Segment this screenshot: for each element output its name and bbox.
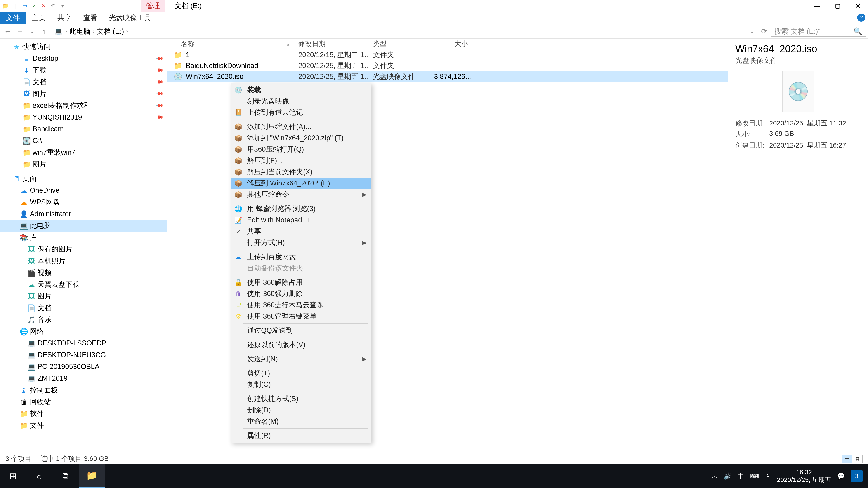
context-menu-item[interactable]: 📝 Edit with Notepad++ — [231, 215, 371, 226]
sidebar-item[interactable]: 🎬 视频 — [0, 267, 167, 279]
details-view-button[interactable]: ☰ — [842, 455, 852, 463]
context-menu-item[interactable]: 📦 用360压缩打开(Q) — [231, 144, 371, 155]
context-menu-item[interactable]: 重命名(M) — [231, 416, 371, 427]
search-input[interactable]: 搜索"文档 (E:)" 🔍 — [771, 26, 866, 37]
delete-icon[interactable]: ✕ — [40, 2, 48, 10]
taskbar-clock[interactable]: 16:32 2020/12/25, 星期五 — [777, 468, 831, 484]
tray-ime-icon[interactable]: 中 — [738, 472, 744, 480]
context-menu-item[interactable]: 📦 解压到(F)... — [231, 155, 371, 166]
back-button[interactable]: ← — [2, 26, 13, 37]
context-menu-item[interactable]: 📦 添加到压缩文件(A)... — [231, 121, 371, 132]
tray-volume-icon[interactable]: 🔊 — [724, 473, 732, 480]
context-menu-item[interactable]: 属性(R) — [231, 430, 371, 441]
sidebar-item[interactable]: ☁ 天翼云盘下载 — [0, 279, 167, 290]
sidebar-item[interactable]: 💽 G:\ — [0, 135, 167, 147]
address-dropdown-icon[interactable]: ⌄ — [746, 26, 757, 37]
sidebar-quick-access[interactable]: ★ 快速访问 — [0, 41, 167, 53]
context-menu-item[interactable]: 打开方式(H) ▶ — [231, 237, 371, 248]
sidebar-item[interactable]: 📄 文档 — [0, 302, 167, 314]
recent-dropdown-icon[interactable]: ⌄ — [27, 26, 37, 37]
file-row[interactable]: 📁 BaiduNetdiskDownload 2020/12/25, 星期五 1… — [167, 60, 728, 71]
context-menu-item[interactable]: 创建快捷方式(S) — [231, 393, 371, 404]
notification-badge[interactable]: 3 — [851, 470, 863, 482]
sidebar-item[interactable]: 💻 PC-20190530OBLA — [0, 361, 167, 372]
forward-button[interactable]: → — [14, 26, 25, 37]
context-menu-item[interactable]: 发送到(N) ▶ — [231, 353, 371, 365]
column-header-name[interactable]: 名称 ▴ — [167, 39, 298, 48]
sidebar-desktop[interactable]: 🖥 桌面 — [0, 173, 167, 185]
sidebar-item[interactable]: 📁 excel表格制作求和 📌 — [0, 100, 167, 111]
taskbar-explorer-button[interactable]: 📁 — [79, 464, 105, 488]
breadcrumb-drive[interactable]: 文档 (E:) — [97, 27, 124, 36]
sidebar-item[interactable]: 📁 软件 — [0, 408, 167, 420]
sidebar-item[interactable]: 📁 YUNQISHI2019 📌 — [0, 111, 167, 123]
breadcrumb-pc[interactable]: 此电脑 — [69, 27, 90, 36]
sidebar-item[interactable]: ⬇ 下载 📌 — [0, 64, 167, 76]
icons-view-button[interactable]: ▦ — [852, 455, 863, 463]
sidebar-item[interactable]: 🖼 图片 — [0, 290, 167, 302]
qat-undo-icon[interactable]: ↶ — [49, 2, 57, 10]
sidebar-item[interactable]: 📁 Bandicam — [0, 123, 167, 135]
help-icon[interactable]: ? — [857, 13, 865, 22]
sidebar-item[interactable]: 🖼 图片 📌 — [0, 88, 167, 100]
qat-properties-icon[interactable]: ▭ — [21, 2, 29, 10]
context-menu-item[interactable]: 刻录光盘映像 — [231, 96, 371, 107]
context-menu-item[interactable]: ↗ 共享 — [231, 226, 371, 237]
context-menu-item[interactable]: 🗑 使用 360强力删除 — [231, 288, 371, 299]
sidebar-item[interactable]: 🗑 回收站 — [0, 396, 167, 408]
start-button[interactable]: ⊞ — [0, 464, 26, 488]
maximize-button[interactable]: ▢ — [827, 0, 848, 12]
sidebar-item[interactable]: 📁 win7重装win7 — [0, 147, 167, 158]
context-menu-item[interactable]: 通过QQ发送到 — [231, 325, 371, 336]
context-menu-item[interactable]: 💿 装载 — [231, 84, 371, 96]
context-menu-item[interactable]: 复制(C) — [231, 379, 371, 390]
sidebar-item[interactable]: 📁 图片 — [0, 158, 167, 170]
taskbar-search-button[interactable]: ⌕ — [26, 464, 53, 488]
tray-keyboard-icon[interactable]: ⌨ — [750, 473, 759, 480]
refresh-button[interactable]: ⟳ — [758, 26, 770, 37]
context-menu-item[interactable]: 删除(D) — [231, 404, 371, 416]
sidebar-network[interactable]: 🌐 网络 — [0, 326, 167, 337]
ribbon-tab-share[interactable]: 共享 — [52, 12, 77, 24]
sidebar-item[interactable]: 📄 文档 📌 — [0, 76, 167, 88]
check-icon[interactable]: ✓ — [30, 2, 38, 10]
sidebar-item[interactable]: 🖼 本机照片 — [0, 255, 167, 267]
search-icon[interactable]: 🔍 — [854, 27, 862, 35]
ribbon-tab-disc-tools[interactable]: 光盘映像工具 — [103, 12, 157, 24]
ribbon-context-tab[interactable]: 管理 — [141, 0, 165, 12]
column-header-modified[interactable]: 修改日期 — [298, 39, 373, 48]
sidebar-item[interactable]: 💻 DESKTOP-LSSOEDP — [0, 337, 167, 349]
column-header-type[interactable]: 类型 — [373, 39, 434, 48]
column-header-size[interactable]: 大小 — [434, 39, 472, 48]
sidebar-item[interactable]: ☁ OneDrive — [0, 185, 167, 196]
context-menu-item[interactable]: 📔 上传到有道云笔记 — [231, 107, 371, 118]
qat-dropdown-icon[interactable]: ▾ — [59, 2, 66, 10]
context-menu-item[interactable]: 📦 其他压缩命令 ▶ — [231, 189, 371, 200]
context-menu-item[interactable]: 🔓 使用 360解除占用 — [231, 277, 371, 288]
context-menu-item[interactable]: 📦 解压到当前文件夹(X) — [231, 166, 371, 177]
sidebar-item[interactable]: 📚 库 — [0, 232, 167, 243]
sidebar-item[interactable]: ☁ WPS网盘 — [0, 196, 167, 208]
context-menu-item[interactable]: 剪切(T) — [231, 367, 371, 379]
context-menu-item[interactable]: ⚙ 使用 360管理右键菜单 — [231, 311, 371, 322]
context-menu-item[interactable]: 📦 添加到 "Win7x64_2020.zip" (T) — [231, 132, 371, 144]
breadcrumb[interactable]: 💻 › 此电脑 › 文档 (E:) › — [51, 26, 743, 36]
task-view-button[interactable]: ⧉ — [53, 464, 79, 488]
context-menu-item[interactable]: 🛡 使用 360进行木马云查杀 — [231, 299, 371, 311]
sidebar-item[interactable]: 👤 Administrator — [0, 208, 167, 220]
minimize-button[interactable]: — — [807, 0, 827, 12]
ribbon-tab-view[interactable]: 查看 — [77, 12, 103, 24]
sidebar-item[interactable]: 💻 DESKTOP-NJEU3CG — [0, 349, 167, 361]
action-center-icon[interactable]: 💬 — [837, 473, 845, 480]
sidebar-item[interactable]: 🎵 音乐 — [0, 314, 167, 326]
context-menu-item[interactable]: 📦 解压到 Win7x64_2020\ (E) — [231, 177, 371, 189]
context-menu-item[interactable]: ☁ 上传到百度网盘 — [231, 251, 371, 263]
up-button[interactable]: ↑ — [39, 26, 50, 37]
close-button[interactable]: ✕ — [848, 0, 868, 12]
sidebar-item[interactable]: 🖼 保存的图片 — [0, 243, 167, 255]
file-row[interactable]: 📁 1 2020/12/15, 星期二 1… 文件夹 — [167, 50, 728, 60]
file-row[interactable]: 💿 Win7x64_2020.iso 2020/12/25, 星期五 1… 光盘… — [167, 71, 728, 82]
tray-security-icon[interactable]: 🏳 — [765, 473, 771, 480]
sidebar-item[interactable]: 🖥 Desktop 📌 — [0, 53, 167, 64]
ribbon-tab-file[interactable]: 文件 — [0, 12, 26, 24]
